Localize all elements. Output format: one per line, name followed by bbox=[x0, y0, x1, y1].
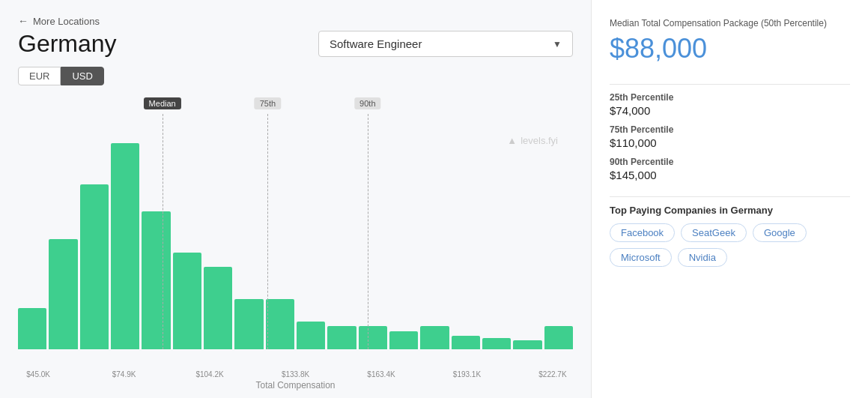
x-label: $163.4K bbox=[361, 370, 401, 379]
divider-2 bbox=[610, 196, 850, 197]
bar-wrapper bbox=[234, 120, 263, 349]
bar-wrapper bbox=[544, 120, 573, 349]
x-label: $193.1K bbox=[446, 370, 487, 379]
company-tag[interactable]: Google bbox=[753, 223, 807, 242]
bar bbox=[234, 299, 263, 349]
bar bbox=[420, 326, 449, 349]
percentile-label: 25th Percentile bbox=[610, 92, 850, 103]
sidebar: Median Total Compensation Package (50th … bbox=[591, 0, 868, 398]
percentile-value: $74,000 bbox=[610, 104, 850, 117]
bar bbox=[389, 331, 418, 349]
chevron-down-icon: ▼ bbox=[553, 39, 562, 49]
bar-wrapper bbox=[482, 120, 511, 349]
x-axis: $45.0K.$74.9K.$104.2K.$133.8K.$163.4K.$1… bbox=[18, 370, 573, 379]
bar bbox=[513, 340, 541, 349]
company-tag[interactable]: Facebook bbox=[610, 223, 675, 242]
marker-label-median: Median bbox=[144, 97, 181, 109]
percentile-label: 75th Percentile bbox=[610, 124, 850, 135]
bar bbox=[173, 253, 201, 349]
percentile-value: $145,000 bbox=[610, 169, 850, 181]
header-row: Germany Software Engineer ▼ bbox=[18, 30, 573, 58]
bar bbox=[80, 184, 109, 349]
bar bbox=[18, 308, 46, 349]
chart-area: ▲ levels.fyi Median75th90th $45.0K.$74.9… bbox=[18, 97, 573, 391]
bar-wrapper bbox=[359, 120, 387, 349]
currency-row: EUR USD bbox=[18, 67, 573, 85]
company-tag[interactable]: SeatGeek bbox=[681, 223, 747, 242]
bar-wrapper bbox=[327, 120, 356, 349]
bar bbox=[49, 239, 77, 349]
eur-button[interactable]: EUR bbox=[18, 67, 61, 85]
bar bbox=[111, 143, 139, 349]
x-label: $133.8K bbox=[275, 370, 315, 379]
bar-wrapper bbox=[420, 120, 449, 349]
companies-title: Top Paying Companies in Germany bbox=[610, 205, 850, 216]
page-title: Germany bbox=[18, 30, 117, 58]
bar bbox=[327, 326, 356, 349]
back-link[interactable]: ← More Locations bbox=[18, 15, 573, 27]
bar-wrapper bbox=[389, 120, 418, 349]
x-label: $74.9K bbox=[103, 370, 144, 379]
bar bbox=[482, 338, 511, 349]
percentile-label: 90th Percentile bbox=[610, 157, 850, 167]
bar bbox=[142, 211, 170, 349]
percentile-row: 90th Percentile $145,000 bbox=[610, 157, 850, 181]
bar-wrapper bbox=[173, 120, 201, 349]
role-dropdown[interactable]: Software Engineer ▼ bbox=[318, 31, 573, 57]
x-label: $104.2K bbox=[189, 370, 230, 379]
bar-wrapper bbox=[111, 120, 139, 349]
bar bbox=[452, 336, 480, 349]
company-tag[interactable]: Nvidia bbox=[678, 248, 727, 267]
usd-button[interactable]: USD bbox=[61, 67, 103, 85]
bar bbox=[297, 322, 325, 349]
bar-wrapper bbox=[80, 120, 109, 349]
bar bbox=[544, 326, 573, 349]
bar-wrapper bbox=[513, 120, 541, 349]
bar-wrapper bbox=[452, 120, 480, 349]
marker-label-90th: 90th bbox=[354, 97, 380, 109]
marker-label-75th: 75th bbox=[255, 97, 281, 109]
role-dropdown-label: Software Engineer bbox=[330, 37, 422, 50]
bar-wrapper bbox=[266, 120, 294, 349]
sidebar-main-label: Median Total Compensation Package (50th … bbox=[610, 18, 850, 28]
bar-wrapper bbox=[142, 120, 170, 349]
bar-wrapper bbox=[297, 120, 325, 349]
bar bbox=[359, 326, 387, 349]
bar-wrapper bbox=[49, 120, 77, 349]
bar bbox=[266, 299, 294, 349]
percentile-row: 75th Percentile $110,000 bbox=[610, 124, 850, 149]
x-label: $45.0K bbox=[18, 370, 58, 379]
x-label: $222.7K bbox=[532, 370, 573, 379]
bar-wrapper bbox=[204, 120, 232, 349]
company-tags: FacebookSeatGeekGoogleMicrosoftNvidia bbox=[610, 223, 850, 267]
percentile-row: 25th Percentile $74,000 bbox=[610, 92, 850, 117]
divider-1 bbox=[610, 84, 850, 85]
back-arrow-icon: ← bbox=[18, 15, 28, 27]
x-axis-title: Total Compensation bbox=[18, 380, 573, 391]
percentile-value: $110,000 bbox=[610, 136, 850, 149]
company-tag[interactable]: Microsoft bbox=[610, 248, 672, 267]
bar-wrapper bbox=[18, 120, 46, 349]
back-label: More Locations bbox=[33, 16, 100, 27]
main-content: ← More Locations Germany Software Engine… bbox=[0, 0, 591, 398]
sidebar-main-value: $88,000 bbox=[610, 33, 850, 64]
percentiles-container: 25th Percentile $74,000 75th Percentile … bbox=[610, 92, 850, 189]
chart-container: Median75th90th bbox=[18, 97, 573, 367]
bar bbox=[204, 267, 232, 349]
